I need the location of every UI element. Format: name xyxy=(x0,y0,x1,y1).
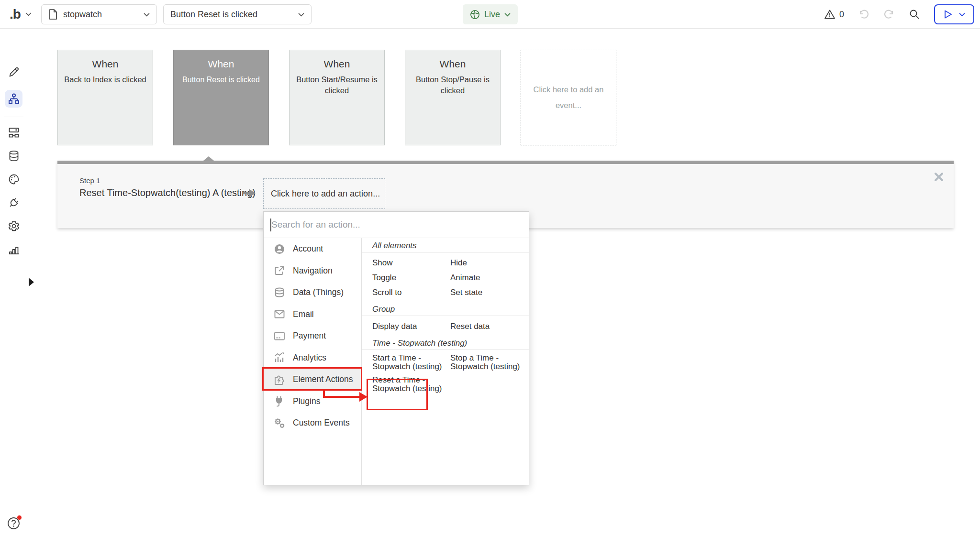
add-action-box[interactable]: Click here to add an action... xyxy=(263,178,385,209)
action-category-account[interactable]: Account xyxy=(264,238,361,260)
action-item-show[interactable]: Show xyxy=(372,255,450,270)
close-panel-button[interactable] xyxy=(934,172,944,182)
category-label: Data (Things) xyxy=(293,287,344,297)
workflow-selector[interactable]: Button Reset is clicked xyxy=(163,4,312,24)
action-menu-body: AccountNavigationData (Things)EmailPayme… xyxy=(264,238,529,485)
event-card-button-stop-pause-is-clicked[interactable]: WhenButton Stop/Pause is clicked xyxy=(405,50,501,145)
action-item-set-state[interactable]: Set state xyxy=(450,285,518,300)
category-label: Email xyxy=(293,309,314,319)
bubble-logo: .b xyxy=(10,7,21,22)
action-item-animate[interactable]: Animate xyxy=(450,270,518,285)
step-1-block[interactable]: Step 1 Reset Time-Stopwatch(testing) A (… xyxy=(79,176,256,198)
notification-dot xyxy=(17,515,22,520)
chevron-down-icon xyxy=(504,12,511,17)
action-category-payment[interactable]: Payment xyxy=(264,325,361,347)
action-section-time-stopwatch-testing: Time - Stopwatch (testing)Start a Time -… xyxy=(372,339,518,393)
sidebar-item-design[interactable] xyxy=(5,63,22,81)
share-icon xyxy=(273,264,286,277)
action-categories-column: AccountNavigationData (Things)EmailPayme… xyxy=(264,238,362,485)
add-event-card[interactable]: Click here to add an event... xyxy=(521,50,616,145)
action-category-custom-events[interactable]: Custom Events xyxy=(264,412,361,434)
step-label: Step 1 xyxy=(79,176,256,185)
step-title: Reset Time-Stopwatch(testing) A (testing… xyxy=(79,187,256,198)
event-when-label: When xyxy=(290,58,384,70)
sidebar-item-workflows[interactable] xyxy=(5,90,22,108)
action-item-stop-a-time-stopwatch-testing[interactable]: Stop a Time - Stopwatch (testing) xyxy=(450,354,522,371)
app-menu[interactable]: .b xyxy=(10,7,32,22)
sidebar-item-ui-builder[interactable] xyxy=(5,123,22,141)
page-file-icon xyxy=(48,9,58,20)
gears-icon xyxy=(273,417,286,429)
sidebar-item-data[interactable] xyxy=(5,147,22,164)
action-section-all-elements: All elementsShowHideToggleAnimateScroll … xyxy=(372,241,518,300)
event-name: Back to Index is clicked xyxy=(58,74,153,85)
action-search-input[interactable] xyxy=(264,212,529,238)
event-card-button-start-resume-is-clicked[interactable]: WhenButton Start/Resume is clicked xyxy=(289,50,385,145)
action-item-reset-data[interactable]: Reset data xyxy=(450,319,518,334)
warning-icon xyxy=(824,9,835,20)
action-items-column: All elementsShowHideToggleAnimateScroll … xyxy=(362,238,529,485)
left-sidebar xyxy=(0,29,27,536)
category-label: Payment xyxy=(293,331,326,341)
plug2-icon xyxy=(273,395,286,407)
user-icon xyxy=(273,243,286,255)
event-card-button-reset-is-clicked[interactable]: WhenButton Reset is clicked xyxy=(173,50,269,145)
sidebar-item-styles[interactable] xyxy=(5,170,22,188)
action-category-analytics[interactable]: Analytics xyxy=(264,347,361,369)
category-label: Element Actions xyxy=(293,374,353,384)
action-picker-menu: AccountNavigationData (Things)EmailPayme… xyxy=(263,211,529,485)
globe-icon xyxy=(470,10,480,20)
event-when-label: When xyxy=(405,58,500,70)
database-icon xyxy=(8,150,20,162)
issues-indicator[interactable]: 0 xyxy=(824,9,844,20)
action-category-data-things[interactable]: Data (Things) xyxy=(264,282,361,304)
search-icon[interactable] xyxy=(909,9,920,20)
envelope-icon xyxy=(273,308,286,320)
sidebar-item-settings[interactable] xyxy=(5,217,22,235)
action-category-plugins[interactable]: Plugins xyxy=(264,391,361,413)
chevron-down-icon xyxy=(25,12,32,16)
action-item-hide[interactable]: Hide xyxy=(450,255,518,270)
top-toolbar: .b stopwatch Button Reset is clicked Liv… xyxy=(0,0,980,29)
chevron-down-icon xyxy=(959,12,965,17)
panel-notch xyxy=(203,156,214,161)
analytics-icon xyxy=(273,351,286,364)
play-icon xyxy=(944,10,953,19)
preview-button[interactable] xyxy=(934,4,974,24)
action-category-navigation[interactable]: Navigation xyxy=(264,260,361,282)
undo-icon[interactable] xyxy=(858,9,869,20)
gear-icon xyxy=(8,220,20,232)
event-name: Button Start/Resume is clicked xyxy=(290,74,384,96)
sidebar-expand-handle[interactable] xyxy=(29,278,34,286)
action-item-toggle[interactable]: Toggle xyxy=(372,270,450,285)
section-header: All elements xyxy=(362,241,529,252)
section-header: Time - Stopwatch (testing) xyxy=(362,339,529,350)
action-item-display-data[interactable]: Display data xyxy=(372,319,450,334)
action-category-email[interactable]: Email xyxy=(264,304,361,326)
chevron-down-icon xyxy=(144,12,150,17)
sidebar-item-logs[interactable] xyxy=(5,241,22,258)
action-item-start-a-time-stopwatch-testing[interactable]: Start a Time - Stopwatch (testing) xyxy=(372,354,444,371)
credit-card-icon xyxy=(273,330,286,342)
redo-icon[interactable] xyxy=(883,9,895,20)
event-card-back-to-index-is-clicked[interactable]: WhenBack to Index is clicked xyxy=(57,50,153,145)
category-label: Analytics xyxy=(293,353,326,363)
page-selector[interactable]: stopwatch xyxy=(41,4,157,24)
action-search-row xyxy=(264,212,529,238)
action-item-reset-a-time-stopwatch-testing[interactable]: Reset a Time - Stopwatch (testing) xyxy=(372,376,444,393)
event-when-label: When xyxy=(174,58,268,70)
action-category-element-actions[interactable]: Element Actions xyxy=(264,369,361,391)
category-label: Account xyxy=(293,244,323,254)
event-name: Button Reset is clicked xyxy=(174,74,268,85)
add-event-label: Click here to add an event... xyxy=(521,82,616,113)
page-selector-value: stopwatch xyxy=(63,10,138,20)
text-caret xyxy=(270,219,271,231)
environment-selector[interactable]: Live xyxy=(463,4,518,24)
help-button[interactable] xyxy=(7,517,20,530)
arrow-right-icon xyxy=(242,188,257,198)
action-item-scroll-to[interactable]: Scroll to xyxy=(372,285,450,300)
sidebar-item-plugins[interactable] xyxy=(5,194,22,211)
environment-label: Live xyxy=(484,10,500,20)
plug-icon xyxy=(8,197,20,209)
event-name: Button Stop/Pause is clicked xyxy=(405,74,500,96)
